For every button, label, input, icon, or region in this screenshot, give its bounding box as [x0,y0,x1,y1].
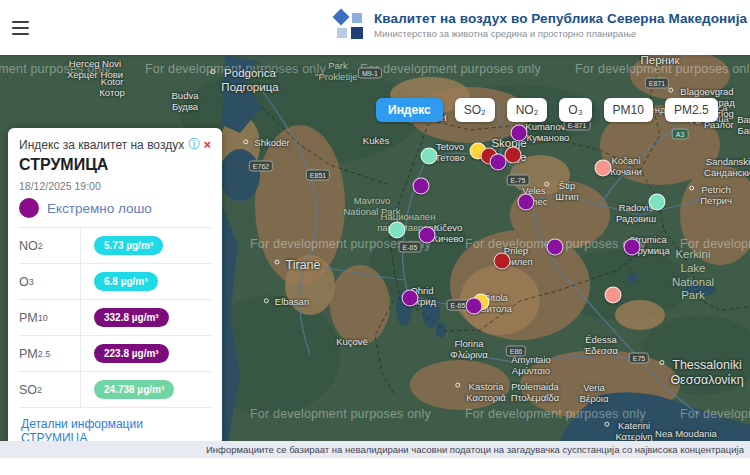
details-link[interactable]: Детални информации СТРУМИЦА [21,417,211,441]
map-label: Petrich Петрич [700,184,732,207]
measurement-value-cell: 5.73 µg/m³ [81,228,163,263]
ministry-logo-icon [333,8,365,42]
map-label: Bansko Банско [737,114,750,137]
hamburger-menu-icon[interactable] [12,17,34,37]
map-label: Kočani Кочани [610,155,641,178]
pollutant-label: PM2.5 [19,336,81,371]
city-marker-icon [210,69,215,74]
station-dot[interactable] [605,287,622,304]
measurement-row: SO224.738 µg/m³ [19,372,211,408]
city-marker-icon [604,422,609,427]
tab-pm25[interactable]: PM2.5 [665,98,718,122]
station-dot[interactable] [518,194,535,211]
station-dot[interactable] [389,222,406,239]
measurement-value-pill: 5.73 µg/m³ [94,236,163,255]
map-label: Édessa Έδεσσα [584,334,618,357]
map-label: Katerini Κατερίνη [615,420,652,441]
map-label: Ptolemaida Πτολεμαΐδα [511,381,559,404]
status-label: Екстремно лошо [47,201,152,216]
road-badge: E851 [306,170,330,181]
measurement-value-pill: 223.8 µg/m³ [94,344,169,363]
map-label: Kastoria Καστοριά [466,381,505,404]
measurements-table: NO25.73 µg/m³O36.8 µg/m³PM10332.8 µg/m³P… [19,227,211,408]
map-label: Kuçovë [336,336,368,347]
tab-pm10[interactable]: PM10 [604,98,653,122]
station-dot[interactable] [413,178,430,195]
tab-index[interactable]: Индекс [376,98,443,122]
map-label: Shkodër [254,137,289,148]
app-header: Квалитет на воздух во Република Северна … [0,0,750,55]
station-dot[interactable] [547,239,564,256]
map-label: Перник [641,55,680,68]
map-label: Elbasan [275,296,309,307]
road-badge: E762 [249,161,273,172]
station-dot[interactable] [595,160,612,177]
measurement-value-cell: 6.8 µg/m³ [81,264,158,299]
map-label: Thessaloniki Θεσσαλονίκη [670,358,743,388]
app-root: Квалитет на воздух во Република Северна … [0,0,750,475]
pollutant-label: SO2 [19,372,81,407]
map-label: Kukës [363,135,389,146]
map-watermark: For development purposes only [360,62,541,76]
station-dot[interactable] [624,239,641,256]
station-dot[interactable] [494,253,511,270]
measurement-value-cell: 223.8 µg/m³ [81,336,169,371]
measurement-row: PM2.5223.8 µg/m³ [19,336,211,372]
map-label: Štip Штип [555,180,579,203]
measurement-value-pill: 24.738 µg/m³ [94,380,174,399]
popup-title: Индекс за квалитет на воздух [19,138,184,152]
road-badge: M9-1 [358,68,382,79]
tab-o3[interactable]: O₃ [559,98,591,122]
map-label: Tetovo Тетово [435,141,465,164]
map-label: Florina Φλώρινα [450,338,487,361]
city-marker-icon [689,186,694,191]
info-icon[interactable]: ⓘ [188,136,200,153]
map-label: Veria Βέροια [580,382,609,405]
measurement-row: O36.8 µg/m³ [19,264,211,300]
city-marker-icon [668,88,673,93]
road-badge: E86 [506,346,526,357]
city-marker-icon [659,360,664,365]
station-dot[interactable] [511,125,528,142]
city-marker-icon [264,298,269,303]
app-subtitle: Министерство за животна средина и просто… [374,28,747,39]
city-marker-icon [455,383,460,388]
road-badge: E-75 [507,175,530,186]
station-dot[interactable] [419,227,436,244]
popup-header: Индекс за квалитет на воздух ⓘ × [19,136,211,153]
map-watermark: For development purposes only [250,407,431,421]
city-marker-icon [243,139,248,144]
close-icon[interactable]: × [203,137,211,152]
station-popup: Индекс за квалитет на воздух ⓘ × СТРУМИЦ… [8,128,222,441]
station-dot[interactable] [466,298,483,315]
map-label: Kotor Котор [99,76,124,99]
tab-no2[interactable]: NO₂ [507,98,548,122]
station-dot[interactable] [649,194,666,211]
road-badge: E75 [629,353,649,364]
pollutant-label: O3 [19,264,81,299]
measurement-value-pill: 6.8 µg/m³ [94,272,158,291]
road-badge: A3 [672,129,689,140]
station-dot[interactable] [421,148,438,165]
brand: Квалитет на воздух во Република Северна … [333,8,747,42]
tab-so2[interactable]: SO₂ [455,98,495,122]
city-marker-icon [544,182,549,187]
map-label: Kerkini Lake National Park [665,248,722,303]
pollutant-label: NO2 [19,228,81,263]
station-dot[interactable] [505,147,522,164]
map-label: Nea Moudania [655,428,717,439]
measurement-value-pill: 332.8 µg/m³ [94,308,169,327]
road-badge: E-65 [399,242,422,253]
timestamp: 18/12/2025 19:00 [19,180,211,192]
app-title: Квалитет на воздух во Република Северна … [374,11,747,26]
road-badge: E871 [645,78,669,89]
measurement-row: NO25.73 µg/m³ [19,228,211,264]
map-canvas[interactable]: For development purposes onlyFor develop… [0,55,750,441]
disclaimer-bar: Информациите се базираат на невалидирани… [0,441,750,458]
city-marker-icon [275,260,280,265]
map-label: Budva Будва [172,90,199,113]
pollutant-label: PM10 [19,300,81,335]
map-label: Park "Prokletije" [315,60,361,83]
station-dot[interactable] [402,290,419,307]
status-row: Екстремно лошо [19,196,211,220]
